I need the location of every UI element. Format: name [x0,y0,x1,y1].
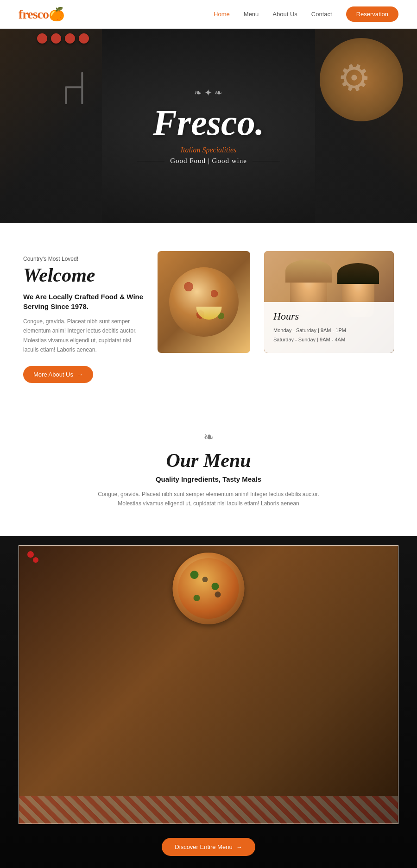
nav-contact[interactable]: Contact [311,11,332,18]
reservation-button[interactable]: Reservation [346,6,398,22]
tomatoes-decoration [37,33,89,44]
fork-icon: ⑁ [60,66,88,112]
nav-links: Home Menu About Us Contact Reservation [214,6,398,22]
hero-ornament: ❧ ✦ ❧ [137,87,280,98]
logo-text: fresco [19,7,49,21]
tomato-4 [79,33,89,44]
menu-title: Our Menu [19,449,398,472]
discover-btn-wrapper: Discover Entire Menu → [0,824,417,868]
menu-grid: Ham and Fontina Roasted eggplant spread,… [19,545,398,824]
welcome-section: Country's Most Loved! Welcome We Are Loc… [0,223,417,406]
menu-desc: Congue, gravida. Placeat nibh sunt sempe… [93,490,324,509]
menu-ornament-icon: ❧ [19,429,398,445]
discover-btn-label: Discover Entire Menu [175,843,232,850]
nav-about[interactable]: About Us [272,11,297,18]
hours-overlay: Hours Monday - Saturday | 9AM - 1PM Satu… [264,302,394,353]
hero-subtitle: Italian Specialities [137,146,280,154]
more-about-us-button[interactable]: More About Us → [23,366,93,383]
logo-icon: 🍊 [49,7,64,21]
discover-entire-menu-button[interactable]: Discover Entire Menu → [162,838,255,856]
tomato-2 [51,33,61,44]
discover-arrow-icon: → [236,843,242,850]
hero-title: Fresco. [137,103,280,143]
menu-quality: Quality Ingredients, Tasty Meals [19,475,398,483]
logo[interactable]: fresco🍊 [19,6,64,22]
welcome-tag: Country's Most Loved! [23,256,144,262]
hours-line1: Monday - Saturday | 9AM - 1PM [273,326,385,335]
hours-line2: Saturday - Sunday | 9AM - 4AM [273,335,385,345]
welcome-dining-image: Hours Monday - Saturday | 9AM - 1PM Satu… [264,251,394,353]
hero-tagline: Good Food | Good wine [137,157,280,165]
nav-menu[interactable]: Menu [244,11,259,18]
welcome-pizza-image [158,251,250,353]
hero-food-left [0,29,102,223]
hours-title: Hours [273,310,385,322]
pizza-food-image [145,731,272,824]
hero-content: ❧ ✦ ❧ Fresco. Italian Specialities Good … [137,87,280,165]
arrow-icon: → [77,371,83,378]
nav-home[interactable]: Home [214,11,230,18]
navbar: fresco🍊 Home Menu About Us Contact Reser… [0,0,417,29]
welcome-subheading: We Are Locally Crafted Food & Wine Servi… [23,292,144,311]
hero-section: ⑁ ⚙ ❧ ✦ ❧ Fresco. Italian Specialities G… [0,29,417,223]
pizza-visual [158,251,250,353]
menu-section: ❧ Our Menu Quality Ingredients, Tasty Me… [0,406,417,536]
tomato-1 [37,33,47,44]
menu-grid-wrapper: Ham and Fontina Roasted eggplant spread,… [0,536,417,868]
welcome-text: Country's Most Loved! Welcome We Are Loc… [23,251,144,383]
welcome-heading: Welcome [23,264,144,286]
more-btn-label: More About Us [33,371,73,378]
tomato-3 [65,33,75,44]
welcome-body: Congue, gravida. Placeat nibh sunt sempe… [23,317,144,355]
